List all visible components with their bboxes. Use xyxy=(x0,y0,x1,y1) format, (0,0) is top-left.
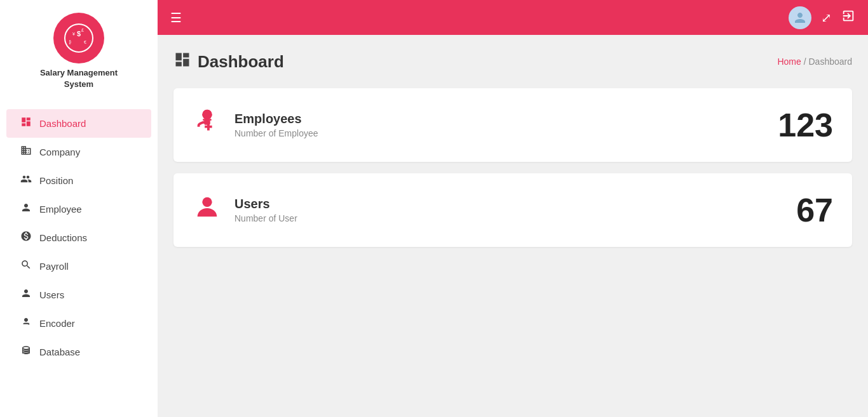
dashboard-icon xyxy=(19,116,33,131)
company-icon xyxy=(19,145,33,159)
sidebar-item-company[interactable]: Company xyxy=(6,138,151,166)
svg-rect-11 xyxy=(205,124,210,125)
users-icon xyxy=(19,288,33,302)
hamburger-button[interactable]: ☰ xyxy=(170,10,182,25)
payroll-icon xyxy=(19,259,33,274)
employees-card-icon xyxy=(193,107,222,143)
sidebar-item-label: Company xyxy=(39,147,80,157)
logo-circle: $ ₿ € ¥ £ xyxy=(53,13,104,63)
employee-icon xyxy=(19,202,33,216)
svg-text:¥: ¥ xyxy=(72,32,75,36)
svg-text:$: $ xyxy=(77,30,81,37)
topbar: ☰ ⤢ xyxy=(158,0,868,35)
sidebar-item-label: Encoder xyxy=(39,318,75,329)
sidebar-item-employee[interactable]: Employee xyxy=(6,195,151,223)
sidebar-item-deductions[interactable]: Deductions xyxy=(6,223,151,252)
users-card-icon xyxy=(193,192,222,228)
topbar-left: ☰ xyxy=(170,10,182,25)
svg-text:₿: ₿ xyxy=(69,40,71,44)
card-text: Users Number of User xyxy=(234,197,297,223)
svg-point-12 xyxy=(202,197,212,207)
nav-menu: Dashboard Company Position Employee xyxy=(0,109,158,366)
sidebar-item-label: Deductions xyxy=(39,232,87,243)
sidebar-item-label: Employee xyxy=(39,204,82,215)
sidebar-item-label: Position xyxy=(39,175,73,186)
sidebar-item-users[interactable]: Users xyxy=(6,281,151,309)
card-text: Employees Number of Employee xyxy=(234,112,318,138)
card-left: Users Number of User xyxy=(193,192,297,228)
sidebar-item-label: Payroll xyxy=(39,261,69,272)
sidebar-item-position[interactable]: Position xyxy=(6,166,151,195)
sidebar-item-dashboard[interactable]: Dashboard xyxy=(6,109,151,138)
card-left: Employees Number of Employee xyxy=(193,107,318,143)
topbar-right: ⤢ xyxy=(789,6,855,29)
sidebar-item-database[interactable]: Database xyxy=(6,338,151,366)
logo-area: $ ₿ € ¥ £ Salary Management System xyxy=(40,13,118,90)
deductions-icon xyxy=(19,230,33,245)
sidebar-item-encoder[interactable]: Encoder xyxy=(6,309,151,338)
page-title: Dashboard xyxy=(198,52,284,72)
employees-card-count: 123 xyxy=(778,106,833,144)
svg-point-8 xyxy=(203,110,211,119)
users-card-subtitle: Number of User xyxy=(234,213,297,223)
page-title-wrap: Dashboard xyxy=(173,51,284,72)
sidebar-item-label: Users xyxy=(39,289,64,300)
page-header: Dashboard Home / Dashboard xyxy=(173,51,852,72)
users-card-count: 67 xyxy=(796,191,833,229)
employees-card-title: Employees xyxy=(234,112,318,126)
content-area: Dashboard Home / Dashboard xyxy=(158,35,868,417)
breadcrumb-home[interactable]: Home xyxy=(777,56,801,67)
users-card-title: Users xyxy=(234,197,297,211)
svg-text:£: £ xyxy=(81,28,84,32)
page-title-icon xyxy=(173,51,191,72)
position-icon xyxy=(19,173,33,188)
expand-icon[interactable]: ⤢ xyxy=(821,10,832,25)
sidebar-item-label: Dashboard xyxy=(39,118,86,129)
users-card[interactable]: Users Number of User 67 xyxy=(173,173,852,247)
app-name: Salary Management System xyxy=(40,67,118,90)
encoder-icon xyxy=(19,316,33,331)
svg-rect-9 xyxy=(203,119,211,121)
breadcrumb-current: Dashboard xyxy=(809,56,853,67)
sidebar-item-label: Database xyxy=(39,347,80,357)
user-avatar[interactable] xyxy=(789,6,811,29)
breadcrumb-separator: / xyxy=(804,56,809,67)
main-area: ☰ ⤢ Dashbo xyxy=(158,0,868,417)
breadcrumb: Home / Dashboard xyxy=(777,56,852,67)
logout-icon[interactable] xyxy=(841,9,855,26)
svg-text:€: € xyxy=(84,40,86,44)
database-icon xyxy=(19,345,33,359)
employees-card-subtitle: Number of Employee xyxy=(234,128,318,138)
sidebar-item-payroll[interactable]: Payroll xyxy=(6,252,151,281)
sidebar: $ ₿ € ¥ £ Salary Management System Dashb… xyxy=(0,0,158,417)
employees-card[interactable]: Employees Number of Employee 123 xyxy=(173,88,852,162)
